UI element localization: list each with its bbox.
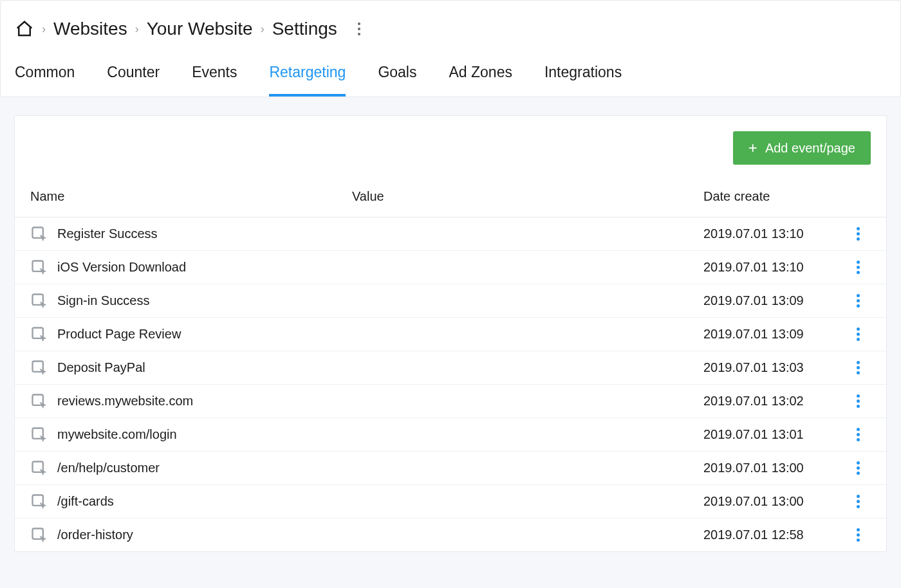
breadcrumb-item-websites[interactable]: Websites xyxy=(53,19,127,39)
row-date-cell: 2019.07.01 13:10 xyxy=(703,260,845,275)
row-name-cell: /gift-cards xyxy=(30,493,352,511)
row-actions-cell xyxy=(845,291,871,310)
tab-ad-zones[interactable]: Ad Zones xyxy=(449,52,512,96)
table-header: Name Value Date create xyxy=(15,180,886,217)
row-menu-icon[interactable] xyxy=(854,291,862,310)
row-name-text: Product Page Review xyxy=(57,327,181,342)
table-row[interactable]: Register Success2019.07.01 13:10 xyxy=(15,217,886,251)
tab-events[interactable]: Events xyxy=(192,52,237,96)
row-name-text: /order-history xyxy=(57,528,133,542)
card-actions: + Add event/page xyxy=(15,116,886,180)
row-name-cell: iOS Version Download xyxy=(30,259,352,277)
tab-goals[interactable]: Goals xyxy=(378,52,416,96)
column-header-date: Date create xyxy=(703,189,845,204)
retargeting-card: + Add event/page Name Value Date create … xyxy=(14,115,887,552)
chevron-right-icon: › xyxy=(135,23,139,36)
chevron-right-icon: › xyxy=(42,23,46,36)
row-date-cell: 2019.07.01 13:01 xyxy=(703,427,845,442)
column-header-name: Name xyxy=(30,189,352,204)
tabs: Common Counter Events Retargeting Goals … xyxy=(1,52,900,96)
home-icon[interactable] xyxy=(15,19,34,39)
plus-icon: + xyxy=(748,140,757,156)
row-menu-icon[interactable] xyxy=(854,492,862,511)
column-header-value: Value xyxy=(352,189,703,204)
tab-counter[interactable]: Counter xyxy=(107,52,160,96)
tab-common[interactable]: Common xyxy=(15,52,75,96)
row-name-text: iOS Version Download xyxy=(57,260,186,275)
breadcrumb-item-settings[interactable]: Settings xyxy=(272,19,337,39)
page-cursor-icon xyxy=(30,493,48,511)
page-cursor-icon xyxy=(30,392,48,410)
row-name-text: reviews.mywebsite.com xyxy=(57,394,193,409)
breadcrumb: › Websites › Your Website › Settings xyxy=(1,1,900,52)
row-name-cell: Sign-in Success xyxy=(30,292,352,310)
row-name-text: Register Success xyxy=(57,226,158,241)
row-actions-cell xyxy=(845,225,871,243)
row-date-cell: 2019.07.01 13:09 xyxy=(703,293,845,308)
row-name-text: Deposit PayPal xyxy=(57,360,145,375)
table-rows: Register Success2019.07.01 13:10iOS Vers… xyxy=(15,217,886,551)
row-name-cell: Product Page Review xyxy=(30,326,352,344)
row-name-cell: /en/help/customer xyxy=(30,459,352,477)
add-event-page-button[interactable]: + Add event/page xyxy=(733,131,871,165)
row-name-cell: reviews.mywebsite.com xyxy=(30,392,352,410)
row-date-cell: 2019.07.01 13:00 xyxy=(703,494,845,509)
row-date-cell: 2019.07.01 13:00 xyxy=(703,461,845,475)
row-actions-cell xyxy=(845,392,871,410)
row-menu-icon[interactable] xyxy=(854,526,862,544)
more-menu-icon[interactable] xyxy=(351,21,367,37)
breadcrumb-item-your-website[interactable]: Your Website xyxy=(147,19,253,39)
row-menu-icon[interactable] xyxy=(854,425,862,444)
row-menu-icon[interactable] xyxy=(854,459,862,477)
table-row[interactable]: iOS Version Download2019.07.01 13:10 xyxy=(15,251,886,284)
row-actions-cell xyxy=(845,325,871,344)
row-actions-cell xyxy=(845,258,871,277)
page-header: › Websites › Your Website › Settings Com… xyxy=(0,0,901,97)
row-date-cell: 2019.07.01 13:02 xyxy=(703,394,845,409)
row-date-cell: 2019.07.01 12:58 xyxy=(703,528,845,542)
tab-retargeting[interactable]: Retargeting xyxy=(269,52,346,96)
page-cursor-icon xyxy=(30,459,48,477)
table-row[interactable]: /en/help/customer2019.07.01 13:00 xyxy=(15,452,886,485)
page-cursor-icon xyxy=(30,292,48,310)
add-button-label: Add event/page xyxy=(765,141,855,156)
row-name-cell: mywebsite.com/login xyxy=(30,426,352,444)
table-row[interactable]: Product Page Review2019.07.01 13:09 xyxy=(15,318,886,351)
chevron-right-icon: › xyxy=(261,23,265,36)
row-name-text: /gift-cards xyxy=(57,494,114,509)
row-actions-cell xyxy=(845,425,871,444)
table-row[interactable]: /order-history2019.07.01 12:58 xyxy=(15,519,886,551)
table-row[interactable]: reviews.mywebsite.com2019.07.01 13:02 xyxy=(15,385,886,418)
page-cursor-icon xyxy=(30,359,48,377)
row-date-cell: 2019.07.01 13:09 xyxy=(703,327,845,342)
row-actions-cell xyxy=(845,526,871,544)
page-cursor-icon xyxy=(30,225,48,243)
row-name-cell: Register Success xyxy=(30,225,352,243)
row-name-cell: /order-history xyxy=(30,526,352,544)
page-cursor-icon xyxy=(30,526,48,544)
row-actions-cell xyxy=(845,492,871,511)
row-menu-icon[interactable] xyxy=(854,358,862,377)
page-cursor-icon xyxy=(30,259,48,277)
row-date-cell: 2019.07.01 13:03 xyxy=(703,360,845,375)
table-row[interactable]: Sign-in Success2019.07.01 13:09 xyxy=(15,284,886,318)
row-actions-cell xyxy=(845,358,871,377)
row-actions-cell xyxy=(845,459,871,477)
row-menu-icon[interactable] xyxy=(854,392,862,410)
table-row[interactable]: /gift-cards2019.07.01 13:00 xyxy=(15,485,886,519)
row-name-text: /en/help/customer xyxy=(57,461,160,475)
page-cursor-icon xyxy=(30,426,48,444)
content-area: + Add event/page Name Value Date create … xyxy=(0,97,901,570)
row-menu-icon[interactable] xyxy=(854,258,862,277)
row-name-cell: Deposit PayPal xyxy=(30,359,352,377)
page-cursor-icon xyxy=(30,326,48,344)
row-menu-icon[interactable] xyxy=(854,225,862,243)
column-header-actions xyxy=(845,189,871,204)
row-menu-icon[interactable] xyxy=(854,325,862,344)
table-row[interactable]: Deposit PayPal2019.07.01 13:03 xyxy=(15,351,886,385)
row-date-cell: 2019.07.01 13:10 xyxy=(703,226,845,241)
row-name-text: mywebsite.com/login xyxy=(57,427,177,442)
row-name-text: Sign-in Success xyxy=(57,293,149,308)
tab-integrations[interactable]: Integrations xyxy=(544,52,622,96)
table-row[interactable]: mywebsite.com/login2019.07.01 13:01 xyxy=(15,418,886,452)
